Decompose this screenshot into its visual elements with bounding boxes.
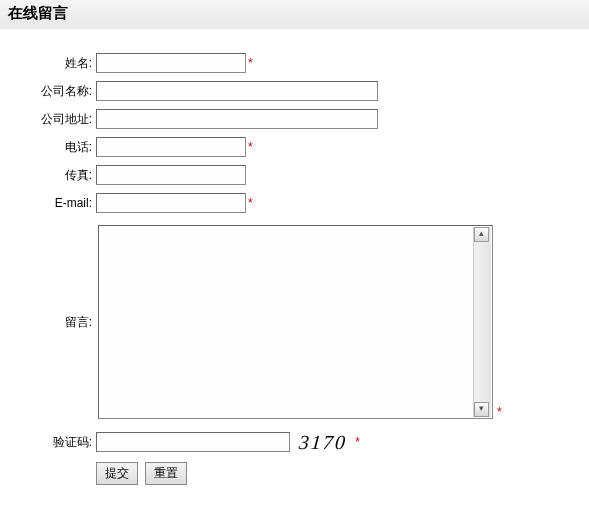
label-fax: 传真: xyxy=(0,161,94,189)
label-company: 公司名称: xyxy=(0,77,94,105)
row-fax: 传真: xyxy=(0,161,506,189)
label-name: 姓名: xyxy=(0,49,94,77)
label-message: 留言: xyxy=(0,217,94,427)
label-email: E-mail: xyxy=(0,189,94,217)
page-title: 在线留言 xyxy=(0,0,589,29)
button-row: 提交 重置 xyxy=(0,458,589,485)
message-form: 姓名: * 公司名称: 公司地址: 电话: * 传真: xyxy=(0,29,589,495)
input-email[interactable] xyxy=(96,193,246,213)
label-address: 公司地址: xyxy=(0,105,94,133)
captcha-image: 3170 xyxy=(292,431,354,454)
input-phone[interactable] xyxy=(96,137,246,157)
reset-button[interactable]: 重置 xyxy=(145,462,187,485)
row-phone: 电话: * xyxy=(0,133,506,161)
message-box: ▴ ▾ xyxy=(98,225,493,419)
required-mark: * xyxy=(248,196,253,210)
scroll-up-icon[interactable]: ▴ xyxy=(474,227,489,242)
submit-button[interactable]: 提交 xyxy=(96,462,138,485)
row-company: 公司名称: xyxy=(0,77,506,105)
required-mark: * xyxy=(355,435,360,449)
input-name[interactable] xyxy=(96,53,246,73)
row-email: E-mail: * xyxy=(0,189,506,217)
input-fax[interactable] xyxy=(96,165,246,185)
scroll-down-icon[interactable]: ▾ xyxy=(474,402,489,417)
label-phone: 电话: xyxy=(0,133,94,161)
row-address: 公司地址: xyxy=(0,105,506,133)
form-table: 姓名: * 公司名称: 公司地址: 电话: * 传真: xyxy=(0,49,506,458)
required-mark: * xyxy=(248,56,253,70)
page-title-text: 在线留言 xyxy=(8,4,68,21)
row-message: 留言: ▴ ▾ * xyxy=(0,217,506,427)
row-name: 姓名: * xyxy=(0,49,506,77)
input-message[interactable] xyxy=(99,226,473,416)
input-address[interactable] xyxy=(96,109,378,129)
required-mark: * xyxy=(497,405,502,419)
input-captcha[interactable] xyxy=(96,432,290,452)
input-company[interactable] xyxy=(96,81,378,101)
label-captcha: 验证码: xyxy=(0,427,94,458)
row-captcha: 验证码: 3170* xyxy=(0,427,506,458)
scrollbar[interactable]: ▴ ▾ xyxy=(473,227,491,417)
required-mark: * xyxy=(248,140,253,154)
